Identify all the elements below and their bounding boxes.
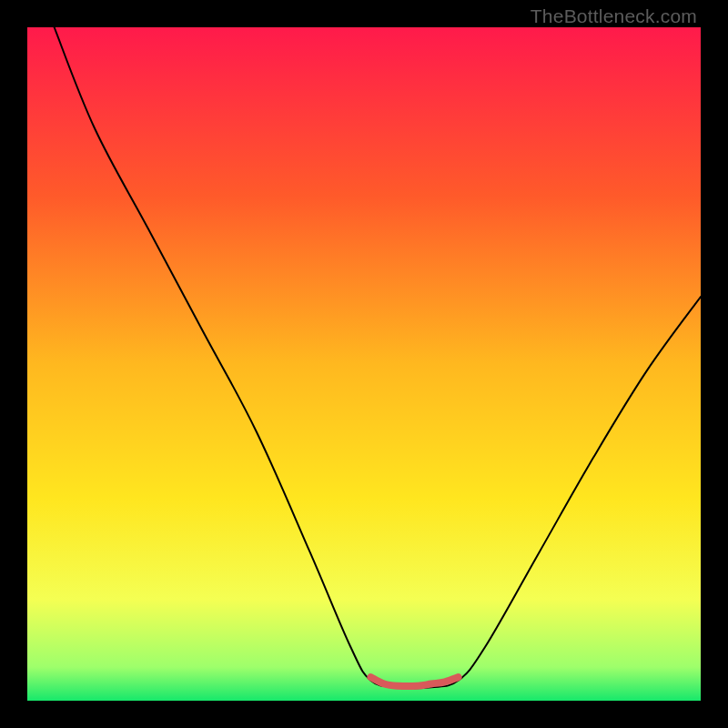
gradient-background bbox=[27, 27, 701, 701]
watermark-text: TheBottleneck.com bbox=[531, 5, 697, 27]
chart-frame bbox=[27, 27, 701, 701]
bottleneck-chart bbox=[27, 27, 701, 701]
